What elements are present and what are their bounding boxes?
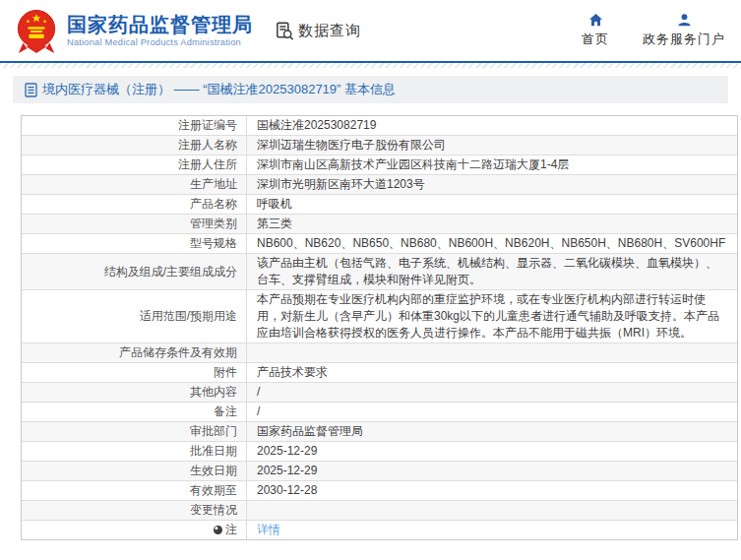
brand-logo[interactable]: 国家药品监督管理局 National Medical Products Admi… [14, 6, 253, 55]
table-row: 变更情况 [22, 501, 737, 521]
row-label: 注册证编号 [22, 116, 247, 135]
table-row: 注册人名称深圳迈瑞生物医疗电子股份有限公司 [22, 136, 737, 156]
user-icon [677, 13, 692, 28]
row-label: 产品名称 [22, 195, 247, 214]
row-value: 本产品预期在专业医疗机构内部的重症监护环境，或在专业医疗机构内部进行转运时使用，… [247, 290, 737, 342]
row-label: 附件 [22, 363, 247, 382]
row-value: 2025-12-29 [247, 462, 737, 480]
breadcrumb-text: 境内医疗器械（注册） —— “国械注准20253082719” 基本信息 [42, 81, 396, 98]
row-value: 国家药品监督管理局 [247, 422, 737, 441]
data-query-label: 数据查询 [298, 22, 361, 40]
table-row: 备注/ [22, 403, 737, 422]
row-label: 其他内容 [22, 383, 247, 402]
table-row: 有效期至2030-12-28 [22, 481, 737, 501]
row-label: 变更情况 [22, 501, 247, 520]
row-value: 深圳市南山区高新技术产业园区科技南十二路迈瑞大厦1-4层 [247, 156, 737, 174]
table-row: 批准日期2025-12-29 [22, 442, 737, 462]
row-label: 有效期至 [22, 481, 247, 500]
row-label: 备注 [22, 403, 247, 421]
data-query-icon [275, 21, 295, 41]
row-value: 深圳迈瑞生物医疗电子股份有限公司 [247, 136, 737, 155]
row-value: 详情 [247, 521, 737, 539]
agency-title-en: National Medical Products Administration [67, 37, 253, 47]
row-label: 注册人住所 [22, 156, 247, 174]
nav-item-home[interactable]: 首页 [582, 13, 609, 48]
nav-item-label: 政务服务门户 [643, 31, 725, 48]
detail-link[interactable]: 详情 [257, 522, 280, 538]
breadcrumb: 境内医疗器械（注册） —— “国械注准20253082719” 基本信息 [13, 76, 728, 103]
national-emblem-icon [14, 8, 59, 55]
row-value: / [247, 383, 737, 402]
site-header: 国家药品监督管理局 National Medical Products Admi… [0, 0, 741, 61]
row-value [247, 501, 737, 520]
table-row: 注册证编号国械注准20253082719 [22, 116, 737, 136]
row-value: 2025-12-29 [247, 442, 737, 461]
table-row: 生产地址深圳市光明新区南环大道1203号 [22, 175, 737, 195]
row-label: 批准日期 [22, 442, 247, 461]
row-value: 呼吸机 [247, 195, 737, 214]
row-value: NB600、NB620、NB650、NB680、NB600H、NB620H、NB… [247, 234, 737, 253]
table-row: 附件产品技术要求 [22, 363, 737, 383]
row-label: 管理类别 [22, 215, 247, 233]
data-query-menu[interactable]: 数据查询 [275, 21, 361, 41]
row-value: / [247, 403, 737, 421]
row-label: 生效日期 [22, 462, 247, 480]
table-row: 注册人住所深圳市南山区高新技术产业园区科技南十二路迈瑞大厦1-4层 [22, 156, 737, 175]
row-label: 生产地址 [22, 175, 247, 194]
row-value: 深圳市光明新区南环大道1203号 [247, 175, 737, 194]
table-row: 结构及组成/主要组成成分该产品由主机（包括气路、电子系统、机械结构、显示器、二氧… [22, 254, 737, 290]
row-label: 产品储存条件及有效期 [22, 343, 247, 362]
brand-text: 国家药品监督管理局 National Medical Products Admi… [67, 14, 253, 47]
row-label: 审批部门 [22, 422, 247, 441]
row-label: 注 [22, 521, 247, 539]
header-hatch-strip [0, 63, 741, 68]
table-row: 管理类别第三类 [22, 215, 737, 234]
row-label: 适用范围/预期用途 [22, 290, 247, 342]
row-value: 2030-12-28 [247, 481, 737, 500]
table-row: 生效日期2025-12-29 [22, 462, 737, 481]
table-row: 型号规格NB600、NB620、NB650、NB680、NB600H、NB620… [22, 234, 737, 254]
table-row: 其他内容/ [22, 383, 737, 403]
table-row: 产品储存条件及有效期 [22, 343, 737, 363]
row-value: 国械注准20253082719 [247, 116, 737, 135]
home-icon [588, 13, 603, 28]
row-value: 第三类 [247, 215, 737, 233]
agency-title-cn: 国家药品监督管理局 [67, 14, 253, 35]
table-row: 适用范围/预期用途本产品预期在专业医疗机构内部的重症监护环境，或在专业医疗机构内… [22, 290, 737, 343]
row-label: 注册人名称 [22, 136, 247, 155]
table-row: 注详情 [22, 521, 737, 539]
note-icon [214, 526, 222, 534]
row-value: 该产品由主机（包括气路、电子系统、机械结构、显示器、二氧化碳模块、血氧模块）、台… [247, 254, 737, 289]
table-row: 产品名称呼吸机 [22, 195, 737, 215]
table-row: 审批部门国家药品监督管理局 [22, 422, 737, 442]
header-nav: 首页 政务服务门户 [582, 13, 725, 48]
nav-item-label: 首页 [582, 31, 609, 48]
row-label: 结构及组成/主要组成成分 [22, 254, 247, 289]
info-table: 注册证编号国械注准20253082719注册人名称深圳迈瑞生物医疗电子股份有限公… [21, 115, 738, 540]
nav-item-portal[interactable]: 政务服务门户 [643, 13, 725, 48]
row-value: 产品技术要求 [247, 363, 737, 382]
row-value [247, 343, 737, 362]
document-icon [25, 83, 37, 97]
row-label: 型号规格 [22, 234, 247, 253]
